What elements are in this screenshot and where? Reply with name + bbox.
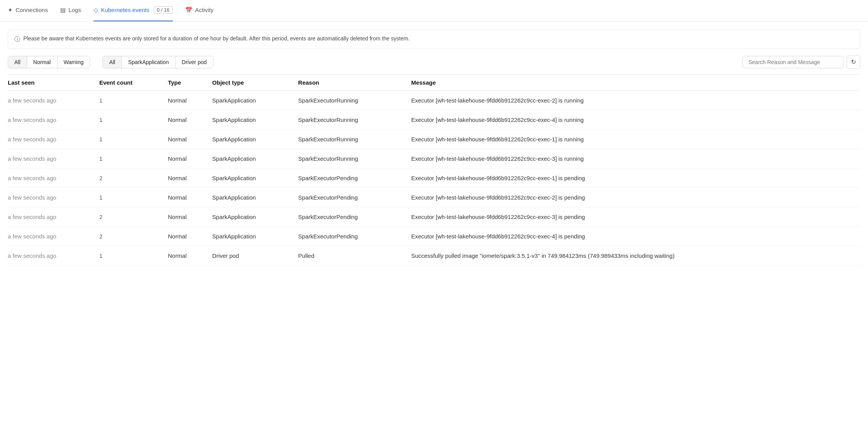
tab-kubernetes-label: Kubernetes events [101, 7, 149, 13]
cell-object-type: SparkApplication [208, 110, 294, 130]
col-reason: Reason [294, 75, 407, 91]
search-input[interactable] [743, 56, 844, 68]
table-row: a few seconds ago1NormalSparkApplication… [8, 149, 860, 169]
tab-logs-label: Logs [68, 7, 81, 13]
refresh-button[interactable]: ↻ [847, 55, 860, 69]
object-filter-group: All SparkApplication Driver pod [102, 56, 213, 68]
table-header-row: Last seen Event count Type Object type R… [8, 75, 860, 91]
filter-warning[interactable]: Warning [57, 56, 90, 68]
cell-object-type: SparkApplication [208, 169, 294, 188]
col-event-count: Event count [95, 75, 164, 91]
col-type: Type [164, 75, 208, 91]
cell-last-seen: a few seconds ago [8, 149, 95, 169]
cell-event-count: 1 [95, 246, 164, 266]
kubernetes-icon: ◇ [94, 7, 98, 14]
cell-reason: SparkExecutorRunning [294, 149, 407, 169]
table-row: a few seconds ago1NormalSparkApplication… [8, 130, 860, 149]
cell-event-count: 1 [95, 149, 164, 169]
events-table: Last seen Event count Type Object type R… [8, 74, 860, 266]
cell-message: Successfully pulled image "iomete/spark:… [407, 246, 860, 266]
cell-event-count: 1 [95, 91, 164, 110]
tab-connections-label: Connections [16, 7, 48, 13]
tab-activity-label: Activity [195, 7, 214, 13]
cell-type: Normal [164, 149, 208, 169]
table-row: a few seconds ago1NormalDriver podPulled… [8, 246, 860, 266]
cell-message: Executor [wh-test-lakehouse-9fdd6b912262… [407, 188, 860, 207]
cell-message: Executor [wh-test-lakehouse-9fdd6b912262… [407, 207, 860, 227]
cell-type: Normal [164, 169, 208, 188]
table-row: a few seconds ago1NormalSparkApplication… [8, 110, 860, 130]
cell-type: Normal [164, 91, 208, 110]
cell-message: Executor [wh-test-lakehouse-9fdd6b912262… [407, 91, 860, 110]
search-area: ↻ [743, 55, 860, 69]
cell-last-seen: a few seconds ago [8, 130, 95, 149]
cell-type: Normal [164, 246, 208, 266]
cell-event-count: 2 [95, 227, 164, 246]
filter-spark-application[interactable]: SparkApplication [122, 56, 175, 68]
info-icon: ⓘ [14, 36, 20, 43]
logs-icon: ▤ [60, 7, 66, 14]
cell-reason: SparkExecutorPending [294, 188, 407, 207]
cell-message: Executor [wh-test-lakehouse-9fdd6b912262… [407, 227, 860, 246]
tab-bar: ✦ Connections ▤ Logs ◇ Kubernetes events… [0, 0, 868, 22]
filter-all-types[interactable]: All [8, 56, 27, 68]
table-row: a few seconds ago2NormalSparkApplication… [8, 227, 860, 246]
cell-event-count: 1 [95, 188, 164, 207]
table-wrap: Last seen Event count Type Object type R… [0, 74, 868, 266]
cell-type: Normal [164, 227, 208, 246]
cell-last-seen: a few seconds ago [8, 110, 95, 130]
table-row: a few seconds ago1NormalSparkApplication… [8, 188, 860, 207]
tab-activity[interactable]: 📅 Activity [185, 0, 214, 21]
cell-last-seen: a few seconds ago [8, 246, 95, 266]
cell-last-seen: a few seconds ago [8, 91, 95, 110]
cell-object-type: SparkApplication [208, 91, 294, 110]
col-last-seen: Last seen [8, 75, 95, 91]
type-filter-group: All Normal Warning [8, 56, 90, 68]
info-banner-text: Please be aware that Kubernetes events a… [23, 35, 410, 42]
cell-last-seen: a few seconds ago [8, 207, 95, 227]
cell-message: Executor [wh-test-lakehouse-9fdd6b912262… [407, 149, 860, 169]
cell-last-seen: a few seconds ago [8, 227, 95, 246]
kubernetes-badge: 0 / 16 [154, 6, 173, 14]
cell-message: Executor [wh-test-lakehouse-9fdd6b912262… [407, 169, 860, 188]
cell-object-type: SparkApplication [208, 188, 294, 207]
col-message: Message [407, 75, 860, 91]
cell-reason: SparkExecutorRunning [294, 91, 407, 110]
cell-last-seen: a few seconds ago [8, 169, 95, 188]
table-row: a few seconds ago2NormalSparkApplication… [8, 169, 860, 188]
filter-driver-pod[interactable]: Driver pod [175, 56, 213, 68]
cell-message: Executor [wh-test-lakehouse-9fdd6b912262… [407, 130, 860, 149]
filter-all-objects[interactable]: All [103, 56, 122, 68]
filter-bar: All Normal Warning All SparkApplication … [0, 55, 868, 74]
search-input-wrap [743, 56, 844, 68]
cell-message: Executor [wh-test-lakehouse-9fdd6b912262… [407, 110, 860, 130]
cell-event-count: 2 [95, 169, 164, 188]
cell-reason: SparkExecutorPending [294, 207, 407, 227]
tab-kubernetes[interactable]: ◇ Kubernetes events 0 / 16 [94, 0, 173, 21]
cell-reason: Pulled [294, 246, 407, 266]
table-row: a few seconds ago2NormalSparkApplication… [8, 207, 860, 227]
cell-type: Normal [164, 130, 208, 149]
activity-icon: 📅 [185, 7, 193, 14]
cell-reason: SparkExecutorPending [294, 169, 407, 188]
refresh-icon: ↻ [851, 58, 856, 66]
cell-event-count: 1 [95, 110, 164, 130]
cell-last-seen: a few seconds ago [8, 188, 95, 207]
filter-normal[interactable]: Normal [27, 56, 57, 68]
cell-reason: SparkExecutorRunning [294, 130, 407, 149]
tab-logs[interactable]: ▤ Logs [60, 0, 81, 21]
table-row: a few seconds ago1NormalSparkApplication… [8, 91, 860, 110]
cell-object-type: SparkApplication [208, 227, 294, 246]
cell-type: Normal [164, 110, 208, 130]
cell-object-type: Driver pod [208, 246, 294, 266]
cell-object-type: SparkApplication [208, 207, 294, 227]
cell-type: Normal [164, 207, 208, 227]
tab-connections[interactable]: ✦ Connections [8, 0, 48, 21]
cell-event-count: 2 [95, 207, 164, 227]
cell-event-count: 1 [95, 130, 164, 149]
col-object-type: Object type [208, 75, 294, 91]
info-banner: ⓘ Please be aware that Kubernetes events… [8, 30, 860, 49]
cell-type: Normal [164, 188, 208, 207]
cell-reason: SparkExecutorPending [294, 227, 407, 246]
connections-icon: ✦ [8, 7, 13, 14]
